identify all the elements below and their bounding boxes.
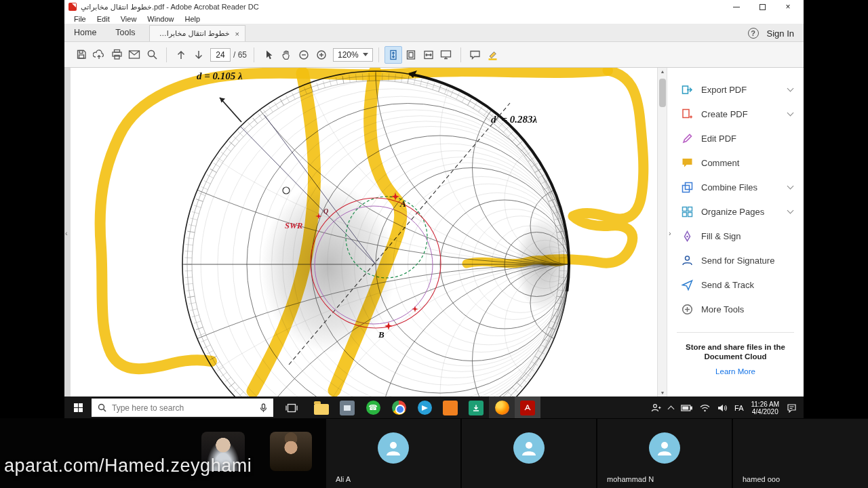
close-tab-icon[interactable]: × <box>235 30 239 38</box>
help-icon[interactable]: ? <box>748 28 759 39</box>
scrollbar-thumb[interactable] <box>659 79 666 107</box>
vertical-scrollbar[interactable]: ▲ ▼ <box>657 68 667 396</box>
menu-view[interactable]: View <box>115 15 142 23</box>
select-tool-button[interactable] <box>260 46 277 64</box>
chevron-down-icon <box>787 109 794 116</box>
panel-item-send-track[interactable]: Send & Track <box>667 272 804 297</box>
wifi-icon[interactable] <box>700 404 710 412</box>
scroll-mode-button[interactable] <box>384 46 402 64</box>
share-cloud-button[interactable] <box>90 46 108 64</box>
panel-item-create-pdf[interactable]: Create PDF <box>667 102 804 126</box>
tab-home[interactable]: Home <box>64 24 106 41</box>
taskbar-search[interactable] <box>92 399 273 417</box>
hidden-icons-chevron[interactable] <box>668 405 675 412</box>
panel-item-organize-pages[interactable]: Organize Pages <box>667 199 804 224</box>
collapse-tools-panel-icon[interactable]: › <box>669 229 671 237</box>
participant-tile[interactable]: hamed ooo <box>733 419 868 488</box>
firefox-icon[interactable] <box>489 396 515 419</box>
zoom-level-value: 120% <box>338 50 359 60</box>
panel-item-send-for-signature[interactable]: Send for Signature <box>667 248 804 272</box>
panel-item-label: Comment <box>701 158 739 168</box>
page-number-input[interactable]: 24 <box>210 48 231 62</box>
panel-item-fill-sign[interactable]: Fill & Sign <box>667 224 804 248</box>
panel-item-comment[interactable]: Comment <box>667 150 804 175</box>
taskbar: ☎ FA 11:26 AM 4/4/2020 <box>64 396 804 419</box>
search-icon[interactable] <box>143 46 161 64</box>
app-icon-orange[interactable] <box>437 396 463 419</box>
window-title: خطوط انتقال مخابراتي.pdf - Adobe Acrobat… <box>81 3 724 12</box>
screen: خطوط انتقال مخابراتي.pdf - Adobe Acrobat… <box>0 0 868 488</box>
email-button[interactable] <box>125 46 143 64</box>
zoom-out-button[interactable] <box>295 46 313 64</box>
close-button[interactable]: × <box>775 0 801 14</box>
panel-item-export-pdf[interactable]: Export PDF <box>667 77 804 102</box>
zoom-level-select[interactable]: 120% <box>333 48 373 62</box>
label-swr: SWR <box>285 221 302 230</box>
avatar <box>378 432 409 464</box>
taskbar-clock[interactable]: 11:26 AM 4/4/2020 <box>751 401 779 415</box>
save-button[interactable] <box>73 46 90 64</box>
panel-item-more-tools[interactable]: More Tools <box>667 297 804 321</box>
menu-file[interactable]: File <box>68 15 92 23</box>
panel-item-label: Send for Signature <box>701 256 774 266</box>
participant-tile[interactable]: mohammad N <box>597 419 732 488</box>
telegram-icon[interactable] <box>412 396 437 419</box>
menu-edit[interactable]: Edit <box>92 15 115 23</box>
file-explorer-icon[interactable] <box>309 396 334 419</box>
panel-item-label: Fill & Sign <box>701 231 741 241</box>
highlighter-tool-button[interactable] <box>484 46 502 64</box>
collapse-left-pane-icon[interactable]: ‹ <box>65 229 68 237</box>
menu-help[interactable]: Help <box>179 15 205 23</box>
reading-mode-button[interactable] <box>437 46 455 64</box>
participant-tile[interactable] <box>462 419 596 488</box>
video-call-strip: Ali A mohammad N hamed ooo <box>0 418 868 488</box>
chevron-down-icon <box>363 53 368 56</box>
app-icon-gray[interactable] <box>334 396 360 419</box>
notification-center-icon[interactable] <box>787 403 797 413</box>
microphone-icon[interactable] <box>260 403 267 413</box>
participant-video-thumbnail[interactable] <box>270 432 312 471</box>
hand-tool-button[interactable] <box>277 46 295 64</box>
maximize-button[interactable] <box>749 0 775 14</box>
sign-in-button[interactable]: Sign In <box>767 28 794 39</box>
panel-item-label: Send & Track <box>701 280 754 290</box>
learn-more-link[interactable]: Learn More <box>667 367 804 375</box>
battery-icon[interactable] <box>681 405 692 411</box>
whatsapp-icon[interactable]: ☎ <box>360 396 386 419</box>
start-button[interactable] <box>64 396 92 419</box>
language-indicator[interactable]: FA <box>734 404 743 412</box>
comment-tool-button[interactable] <box>467 46 484 64</box>
menu-bar: File Edit View Window Help <box>64 14 804 24</box>
tab-tools[interactable]: Tools <box>106 24 144 41</box>
previous-page-button[interactable] <box>172 46 190 64</box>
next-page-button[interactable] <box>190 46 208 64</box>
acrobat-reader-icon[interactable] <box>515 396 540 419</box>
fit-width-button[interactable] <box>420 46 437 64</box>
tab-document[interactable]: خطوط انتقال مخابرات... × <box>149 25 245 41</box>
menu-window[interactable]: Window <box>142 15 179 23</box>
acrobat-app-icon <box>68 3 77 11</box>
minimize-button[interactable] <box>724 0 749 14</box>
task-view-button[interactable] <box>279 396 304 419</box>
avatar <box>649 432 680 464</box>
participant-tile[interactable]: Ali A <box>326 419 460 488</box>
panel-item-edit-pdf[interactable]: Edit PDF <box>667 126 804 150</box>
clock-time: 11:26 AM <box>751 401 779 408</box>
scroll-down-arrow[interactable]: ▼ <box>658 390 667 395</box>
avatar <box>513 432 545 464</box>
label-point-q: Q <box>323 207 328 215</box>
fit-page-button[interactable] <box>402 46 420 64</box>
zoom-in-button[interactable] <box>313 46 330 64</box>
left-pane-gutter: ‹ <box>64 68 71 396</box>
search-input[interactable] <box>112 403 254 413</box>
volume-icon[interactable] <box>717 404 727 412</box>
chrome-icon[interactable] <box>386 396 412 419</box>
print-button[interactable] <box>108 46 125 64</box>
panel-item-combine-files[interactable]: Combine Files <box>667 175 804 199</box>
scroll-up-arrow[interactable]: ▲ <box>658 69 667 74</box>
clock-date: 4/4/2020 <box>751 408 779 415</box>
search-icon <box>98 403 106 412</box>
app-icon-green[interactable] <box>463 396 489 419</box>
document-content-row: ‹ <box>64 68 804 396</box>
people-icon[interactable] <box>651 403 661 412</box>
